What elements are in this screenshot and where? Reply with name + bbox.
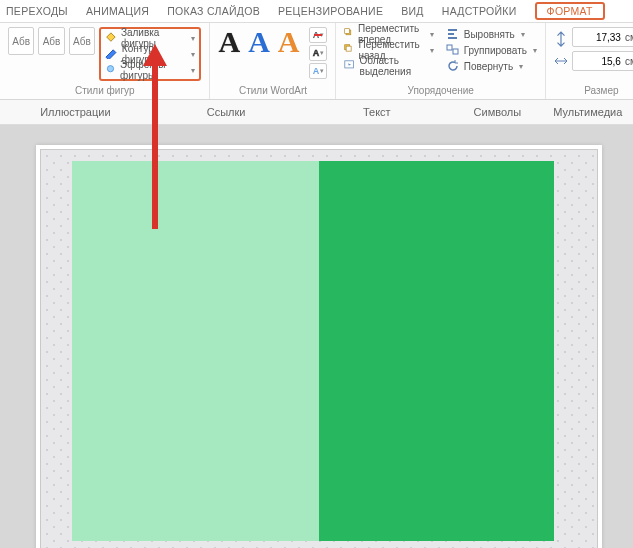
group-icon: [446, 44, 460, 56]
group-label-arrange: Упорядочение: [344, 83, 536, 99]
width-input[interactable]: см ▲▼: [572, 51, 633, 71]
text-outline-button[interactable]: A▾: [309, 45, 327, 61]
effects-icon: [105, 64, 116, 76]
tab-transitions[interactable]: ПЕРЕХОДЫ: [6, 5, 68, 17]
height-input[interactable]: см ▲▼: [572, 27, 633, 47]
group-arrange: Переместить вперед▾ Переместить назад▾ О…: [336, 23, 545, 99]
chevron-down-icon: ▾: [191, 34, 195, 43]
selection-pane-label: Область выделения: [360, 55, 434, 77]
width-icon: [554, 55, 568, 67]
wordart-preset-3[interactable]: A: [278, 27, 300, 57]
text-effects-button[interactable]: A▾: [309, 63, 327, 79]
svg-rect-6: [447, 45, 452, 50]
chevron-down-icon: ▾: [191, 66, 195, 75]
bucket-icon: [105, 32, 117, 44]
svg-rect-2: [345, 29, 350, 34]
main-tabs: ПЕРЕХОДЫ АНИМАЦИЯ ПОКАЗ СЛАЙДОВ РЕЦЕНЗИР…: [0, 0, 633, 23]
shape-fill-outline-highlight: Заливка фигуры▾ Контур фигуры▾ Эффекты ф…: [99, 27, 201, 81]
tab-animation[interactable]: АНИМАЦИЯ: [86, 5, 149, 17]
text-fill-button[interactable]: A▾: [309, 27, 327, 43]
rotate-icon: [446, 60, 460, 72]
tab-format[interactable]: ФОРМАТ: [535, 2, 605, 20]
shape-rectangle-right[interactable]: [319, 161, 554, 541]
chevron-down-icon: ▾: [191, 50, 195, 59]
group-button[interactable]: Группировать▾: [446, 43, 537, 57]
group-objects-label: Группировать: [464, 45, 527, 56]
subbar-links[interactable]: Ссылки: [151, 106, 302, 118]
tab-review[interactable]: РЕЦЕНЗИРОВАНИЕ: [278, 5, 383, 17]
shape-rectangle-left[interactable]: [72, 161, 320, 541]
shape-effects-button[interactable]: Эффекты фигуры▾: [105, 63, 195, 77]
backward-icon: [344, 44, 354, 56]
align-button[interactable]: Выровнять▾: [446, 27, 537, 41]
ribbon: Абв Абв Абв Заливка фигуры▾ Контур фигур…: [0, 23, 633, 100]
shape-style-preset-1[interactable]: Абв: [8, 27, 34, 55]
align-label: Выровнять: [464, 29, 515, 40]
subbar-illustrations[interactable]: Иллюстрации: [0, 106, 151, 118]
group-wordart: A A A A▾ A▾ A▾ Стили WordArt: [210, 23, 336, 99]
align-icon: [446, 28, 460, 40]
tab-view[interactable]: ВИД: [401, 5, 424, 17]
subbar-media[interactable]: Мультимедиа: [543, 106, 633, 118]
pen-icon: [105, 48, 118, 60]
subbar-symbols[interactable]: Символы: [452, 106, 542, 118]
shape-style-preset-2[interactable]: Абв: [38, 27, 64, 55]
svg-rect-4: [347, 46, 352, 51]
group-shape-styles: Абв Абв Абв Заливка фигуры▾ Контур фигур…: [0, 23, 210, 99]
height-value[interactable]: [575, 31, 623, 44]
group-label-shape-styles: Стили фигур: [8, 83, 201, 99]
tab-slideshow[interactable]: ПОКАЗ СЛАЙДОВ: [167, 5, 260, 17]
rotate-label: Повернуть: [464, 61, 513, 72]
group-size: см ▲▼ см ▲▼ Размер: [546, 23, 633, 99]
insert-sub-bar: Иллюстрации Ссылки Текст Символы Мультим…: [0, 100, 633, 125]
shape-effects-label: Эффекты фигуры: [120, 59, 185, 81]
slide-page[interactable]: [36, 145, 602, 548]
svg-point-0: [107, 66, 113, 72]
svg-rect-7: [453, 49, 458, 54]
wordart-preset-1[interactable]: A: [218, 27, 240, 57]
height-unit: см: [625, 32, 633, 43]
editor-stage: [0, 125, 633, 548]
group-label-wordart: Стили WordArt: [218, 83, 327, 99]
selection-pane-button[interactable]: Область выделения: [344, 59, 433, 73]
width-value[interactable]: [575, 55, 623, 68]
wordart-preset-2[interactable]: A: [248, 27, 270, 57]
tab-addins[interactable]: НАДСТРОЙКИ: [442, 5, 517, 17]
selection-icon: [344, 60, 355, 72]
rotate-button[interactable]: Повернуть▾: [446, 59, 537, 73]
forward-icon: [344, 28, 353, 40]
height-icon: [554, 31, 568, 43]
shape-style-preset-3[interactable]: Абв: [69, 27, 95, 55]
group-label-size: Размер: [554, 83, 633, 99]
subbar-text[interactable]: Текст: [301, 106, 452, 118]
width-unit: см: [625, 56, 633, 67]
